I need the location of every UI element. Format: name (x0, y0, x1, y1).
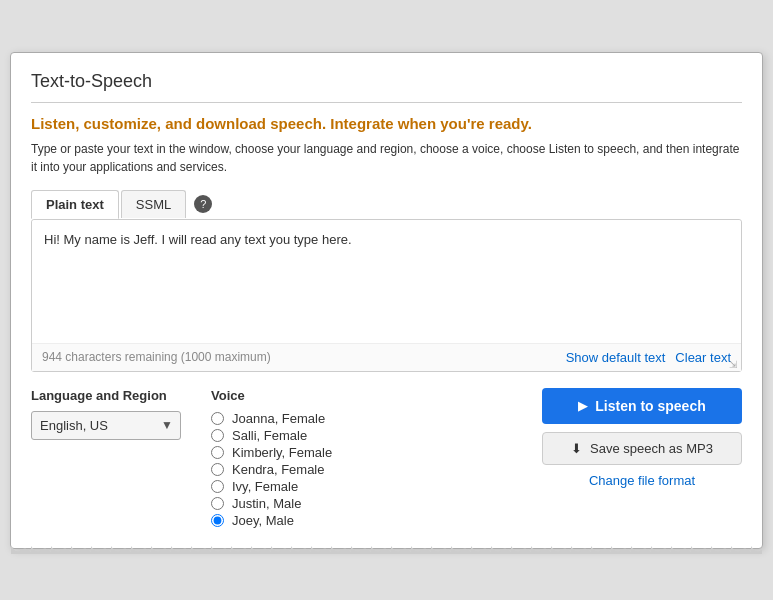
voice-label-ivy[interactable]: Ivy, Female (232, 479, 298, 494)
list-item: Ivy, Female (211, 479, 522, 494)
voice-radio-kendra[interactable] (211, 463, 224, 476)
voice-label-joanna[interactable]: Joanna, Female (232, 411, 325, 426)
voice-radio-kimberly[interactable] (211, 446, 224, 459)
voice-radio-salli[interactable] (211, 429, 224, 442)
voice-radio-justin[interactable] (211, 497, 224, 510)
voice-section: Voice Joanna, Female Salli, Female Kimbe… (211, 388, 522, 528)
list-item: Joey, Male (211, 513, 522, 528)
voice-label-kimberly[interactable]: Kimberly, Female (232, 445, 332, 460)
text-area-footer: 944 characters remaining (1000 maximum) … (32, 343, 741, 371)
help-icon[interactable]: ? (194, 195, 212, 213)
language-region-label: Language and Region (31, 388, 191, 403)
tab-ssml[interactable]: SSML (121, 190, 186, 218)
tab-bar: Plain text SSML ? (31, 190, 742, 219)
action-buttons: ▶ Listen to speech ⬇ Save speech as MP3 … (542, 388, 742, 528)
main-window: Text-to-Speech Listen, customize, and do… (10, 52, 763, 549)
tab-plain-text[interactable]: Plain text (31, 190, 119, 219)
voice-list: Joanna, Female Salli, Female Kimberly, F… (211, 411, 522, 528)
listen-button-label: Listen to speech (595, 398, 705, 414)
list-item: Justin, Male (211, 496, 522, 511)
list-item: Joanna, Female (211, 411, 522, 426)
tagline: Listen, customize, and download speech. … (31, 115, 742, 132)
download-icon: ⬇ (571, 441, 582, 456)
voice-label: Voice (211, 388, 522, 403)
voice-label-joey[interactable]: Joey, Male (232, 513, 294, 528)
language-select-wrapper: English, US English, UK Spanish, US Fren… (31, 411, 181, 440)
show-default-text-link[interactable]: Show default text (566, 350, 666, 365)
char-count: 944 characters remaining (1000 maximum) (42, 350, 271, 364)
listen-to-speech-button[interactable]: ▶ Listen to speech (542, 388, 742, 424)
play-icon: ▶ (578, 399, 587, 413)
voice-label-justin[interactable]: Justin, Male (232, 496, 301, 511)
resize-handle: ⇲ (729, 359, 739, 369)
voice-label-salli[interactable]: Salli, Female (232, 428, 307, 443)
save-mp3-button[interactable]: ⬇ Save speech as MP3 (542, 432, 742, 465)
language-region-section: Language and Region English, US English,… (31, 388, 191, 528)
text-actions: Show default text Clear text (566, 350, 731, 365)
save-mp3-label: Save speech as MP3 (590, 441, 713, 456)
bottom-section: Language and Region English, US English,… (31, 388, 742, 528)
text-input-container: Hi! My name is Jeff. I will read any tex… (31, 219, 742, 372)
change-file-format-link[interactable]: Change file format (589, 473, 695, 488)
voice-radio-joey[interactable] (211, 514, 224, 527)
text-input[interactable]: Hi! My name is Jeff. I will read any tex… (32, 220, 741, 340)
voice-label-kendra[interactable]: Kendra, Female (232, 462, 325, 477)
page-title: Text-to-Speech (31, 71, 742, 92)
voice-radio-ivy[interactable] (211, 480, 224, 493)
title-divider (31, 102, 742, 103)
list-item: Kendra, Female (211, 462, 522, 477)
list-item: Kimberly, Female (211, 445, 522, 460)
language-select[interactable]: English, US English, UK Spanish, US Fren… (31, 411, 181, 440)
voice-radio-joanna[interactable] (211, 412, 224, 425)
list-item: Salli, Female (211, 428, 522, 443)
description-text: Type or paste your text in the window, c… (31, 140, 742, 176)
clear-text-link[interactable]: Clear text (675, 350, 731, 365)
